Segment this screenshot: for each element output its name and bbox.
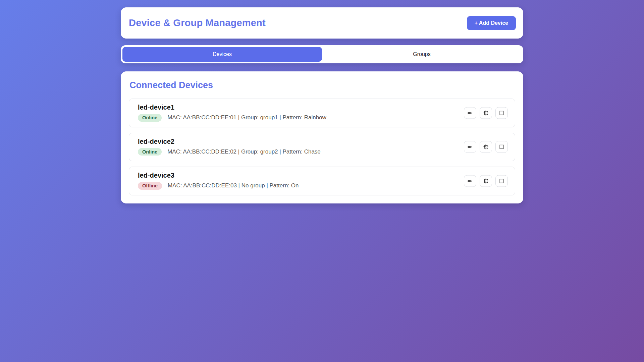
device-card: led-device3 Offline MAC: AA:BB:CC:DD:EE:… xyxy=(129,167,515,195)
tab-devices[interactable]: Devices xyxy=(122,47,322,62)
gear-icon xyxy=(483,178,489,184)
pencil-icon xyxy=(467,178,473,184)
device-list: led-device1 Online MAC: AA:BB:CC:DD:EE:0… xyxy=(129,99,515,195)
device-meta: MAC: AA:BB:CC:DD:EE:03 | No group | Patt… xyxy=(168,182,299,189)
device-name: led-device2 xyxy=(138,138,458,145)
device-name: led-device3 xyxy=(138,172,458,179)
edit-device-button[interactable] xyxy=(464,107,476,119)
square-icon xyxy=(499,178,504,184)
edit-device-button[interactable] xyxy=(464,175,476,187)
device-settings-button[interactable] xyxy=(480,107,492,119)
connected-devices-panel: Connected Devices led-device1 Online MAC… xyxy=(121,71,523,203)
status-badge: Online xyxy=(138,114,162,122)
delete-device-button[interactable] xyxy=(495,175,508,187)
pencil-icon xyxy=(467,144,473,150)
add-device-button[interactable]: + Add Device xyxy=(467,16,516,30)
device-actions xyxy=(464,175,508,187)
gear-icon xyxy=(483,144,489,150)
status-badge: Offline xyxy=(138,182,162,190)
connected-devices-heading: Connected Devices xyxy=(129,80,515,90)
device-info-row: Online MAC: AA:BB:CC:DD:EE:02 | Group: g… xyxy=(138,148,458,156)
device-actions xyxy=(464,141,508,153)
page-title: Device & Group Management xyxy=(129,17,266,28)
gear-icon xyxy=(483,110,489,116)
header-card: Device & Group Management + Add Device xyxy=(121,7,523,39)
page-container: Device & Group Management + Add Device D… xyxy=(121,0,523,203)
device-info-row: Offline MAC: AA:BB:CC:DD:EE:03 | No grou… xyxy=(138,182,458,190)
tab-bar: Devices Groups xyxy=(121,45,523,63)
delete-device-button[interactable] xyxy=(495,141,508,153)
device-name: led-device1 xyxy=(138,104,458,111)
device-actions xyxy=(464,107,508,119)
device-settings-button[interactable] xyxy=(480,141,492,153)
edit-device-button[interactable] xyxy=(464,141,476,153)
square-icon xyxy=(499,144,504,150)
tab-groups[interactable]: Groups xyxy=(322,47,522,62)
square-icon xyxy=(499,110,504,116)
delete-device-button[interactable] xyxy=(495,107,508,119)
device-meta: MAC: AA:BB:CC:DD:EE:01 | Group: group1 |… xyxy=(167,114,326,121)
status-badge: Online xyxy=(138,148,162,156)
device-settings-button[interactable] xyxy=(480,175,492,187)
pencil-icon xyxy=(467,110,473,116)
device-info-row: Online MAC: AA:BB:CC:DD:EE:01 | Group: g… xyxy=(138,114,458,122)
device-card: led-device1 Online MAC: AA:BB:CC:DD:EE:0… xyxy=(129,99,515,127)
device-meta: MAC: AA:BB:CC:DD:EE:02 | Group: group2 |… xyxy=(167,148,321,155)
device-card: led-device2 Online MAC: AA:BB:CC:DD:EE:0… xyxy=(129,133,515,162)
